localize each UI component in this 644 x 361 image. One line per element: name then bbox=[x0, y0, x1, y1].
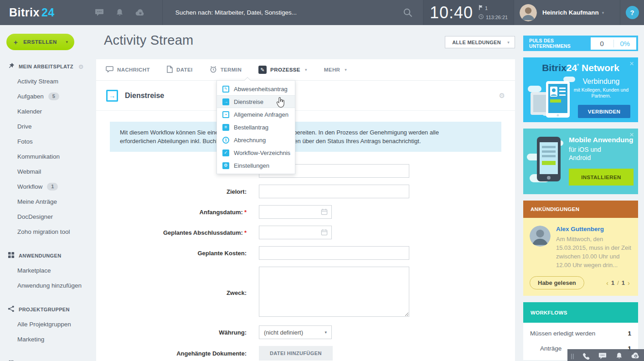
sidebar-item-marketing[interactable]: Marketing bbox=[0, 332, 96, 347]
menu-item-abrechnung[interactable]: 1Abrechnung bbox=[217, 134, 295, 146]
sidebar-item-docdesigner[interactable]: DocDesigner bbox=[0, 209, 96, 224]
sidebar-item-alle-projektgruppen[interactable]: Alle Projektgruppen bbox=[0, 317, 96, 332]
workflows-count: 1 bbox=[628, 330, 631, 337]
zweck-textarea[interactable] bbox=[259, 267, 409, 317]
bitrix24-logo[interactable]: Bitrix24 bbox=[9, 6, 55, 19]
announcement-pager: ‹ 1 / 1 › bbox=[606, 279, 630, 287]
sidebar-item-zoho-migration[interactable]: Zoho migration tool bbox=[0, 224, 96, 239]
drive-cloud-icon[interactable] bbox=[628, 351, 644, 359]
right-sidebar: PULS DES UNTERNEHMENS 0 0% × Bitrix24° N… bbox=[523, 25, 638, 361]
sidebar-section-anwendungen: ANWENDUNGEN Marketplace Anwendung hinzuf… bbox=[0, 251, 96, 293]
menu-item-einstellungen[interactable]: ⚙Einstellungen bbox=[217, 159, 295, 172]
dokumente-label: Angehängte Dokumente: bbox=[96, 350, 247, 357]
sidebar-item-activity-stream[interactable]: Activity Stream bbox=[0, 74, 96, 89]
drive-cloud-icon[interactable] bbox=[135, 9, 145, 16]
tab-prozesse[interactable]: ✎ PROZESSE ▾ bbox=[258, 66, 307, 74]
kosten-label: Geplante Kosten: bbox=[96, 250, 247, 257]
alarm-clock-icon bbox=[210, 66, 217, 74]
workflows-row-muessen-erledigt[interactable]: Müssen erledigt werden 1 bbox=[530, 323, 631, 337]
chevron-down-icon: ▾ bbox=[345, 67, 347, 72]
announcement-author-link[interactable]: Alex Guttenberg bbox=[556, 226, 634, 232]
dienstreise-icon: → bbox=[106, 90, 118, 102]
currency-select[interactable]: (nicht definiert) ▾ bbox=[259, 325, 332, 339]
pulse-title: PULS DES UNTERNEHMENS bbox=[523, 38, 591, 49]
anfangsdatum-input[interactable] bbox=[259, 205, 332, 219]
installieren-button[interactable]: INSTALLIEREN bbox=[569, 169, 634, 186]
search-icon[interactable] bbox=[403, 8, 413, 20]
global-search bbox=[163, 0, 423, 25]
sidebar-item-kalender[interactable]: Kalender bbox=[0, 104, 96, 119]
company-castle-icon bbox=[8, 359, 15, 361]
sidebar-section-unternehmen: UNTERNEHMEN bbox=[0, 359, 96, 361]
kosten-input[interactable] bbox=[259, 246, 409, 260]
messenger-icon[interactable] bbox=[95, 9, 104, 16]
tab-nachricht[interactable]: NACHRICHT bbox=[106, 66, 150, 73]
add-file-button[interactable]: DATEI HINZUFÜGEN bbox=[259, 346, 333, 361]
menu-item-abwesenheitsantrag[interactable]: ✎Abwesenheitsantrag bbox=[217, 83, 295, 95]
business-trip-arrow-icon: → bbox=[222, 98, 229, 105]
applications-icon bbox=[8, 252, 15, 260]
phone-icon[interactable] bbox=[577, 351, 594, 360]
pager-current: 1 bbox=[611, 279, 614, 286]
menu-item-allgemeine-anfragen[interactable]: ▪Allgemeine Anfragen bbox=[217, 108, 295, 121]
dock-drag-handle[interactable] bbox=[571, 354, 575, 359]
clock-time: 10:40 bbox=[430, 3, 473, 22]
user-avatar bbox=[520, 4, 537, 21]
zielort-label: Zielort: bbox=[96, 188, 247, 195]
purchase-request-icon: ≡ bbox=[222, 124, 229, 131]
notification-dock bbox=[567, 349, 644, 361]
sidebar-item-meine-antraege[interactable]: Meine Anträge bbox=[0, 194, 96, 209]
user-menu[interactable]: Heinrich Kaufmann ▾ bbox=[514, 0, 620, 25]
zielort-input[interactable] bbox=[259, 185, 409, 198]
tab-termin[interactable]: TERMIN bbox=[210, 66, 242, 74]
verbinden-button[interactable]: VERBINDEN bbox=[578, 105, 630, 118]
sidebar-item-fotos[interactable]: Fotos bbox=[0, 134, 96, 149]
zweck-label: Zweck: bbox=[96, 289, 247, 296]
worktime-counter: 113:26:21 bbox=[486, 15, 508, 20]
sidebar-item-workflow[interactable]: Workflow1 bbox=[0, 179, 96, 194]
notifications-bell-icon[interactable] bbox=[116, 9, 124, 17]
user-name: Heinrich Kaufmann bbox=[542, 9, 599, 16]
messenger-icon[interactable] bbox=[594, 351, 611, 360]
pulse-percent: 0% bbox=[614, 40, 637, 47]
pulse-values: 0 0% bbox=[591, 37, 636, 50]
main-content: Activity Stream ALLE MELDUNGEN ▾ NACHRIC… bbox=[96, 25, 521, 361]
sidebar-item-anwendung-hinzufuegen[interactable]: Anwendung hinzufügen bbox=[0, 278, 96, 293]
sidebar-item-marketplace[interactable]: Marketplace bbox=[0, 263, 96, 278]
tab-datei[interactable]: DATEI bbox=[167, 66, 193, 74]
close-icon[interactable]: × bbox=[629, 60, 634, 67]
menu-item-bestellantrag[interactable]: ≡Bestellantrag bbox=[217, 121, 295, 134]
abschlussdatum-input[interactable] bbox=[259, 226, 332, 239]
sidebar-item-webmail[interactable]: Webmail bbox=[0, 164, 96, 179]
form-row: Zweck: bbox=[96, 267, 515, 319]
sidebar-item-drive[interactable]: Drive bbox=[0, 119, 96, 134]
worktime-block[interactable]: 10:40 1 113:26:21 bbox=[423, 0, 514, 25]
timer-clock-icon bbox=[479, 14, 484, 20]
general-request-icon: ▪ bbox=[222, 111, 229, 118]
logo-24: 24 bbox=[41, 6, 55, 19]
habe-gelesen-button[interactable]: Habe gelesen bbox=[530, 276, 584, 289]
announcements-body: Alex Guttenberg Am Mittwoch, den 15.03.2… bbox=[523, 218, 638, 296]
sidebar-section-projektgruppen: PROJEKTGRUPPEN Alle Projektgruppen Marke… bbox=[0, 305, 96, 347]
sidebar-item-kommunikation[interactable]: Kommunikation bbox=[0, 149, 96, 164]
prozesse-dropdown-menu: ✎Abwesenheitsantrag →Dienstreise ▪Allgem… bbox=[216, 80, 295, 174]
company-pulse-widget[interactable]: PULS DES UNTERNEHMENS 0 0% bbox=[523, 36, 638, 51]
sidebar-item-aufgaben[interactable]: Aufgaben5 bbox=[0, 89, 96, 104]
gear-icon[interactable]: ⚙ bbox=[78, 63, 84, 70]
create-button[interactable]: + ERSTELLEN ▾ bbox=[6, 34, 74, 50]
plus-icon: + bbox=[14, 38, 18, 46]
search-input[interactable] bbox=[163, 9, 423, 16]
form-row: Währung: (nicht definiert) ▾ bbox=[96, 325, 515, 339]
topbar-icons bbox=[95, 9, 145, 17]
menu-item-workflow-verzeichnis[interactable]: ✓Workflow-Verzeichnis bbox=[217, 146, 295, 159]
chevron-down-icon: ▾ bbox=[66, 40, 68, 44]
gear-icon[interactable]: ⚙ bbox=[499, 92, 505, 100]
pager-prev-icon[interactable]: ‹ bbox=[606, 279, 608, 287]
help-button[interactable]: ? bbox=[626, 6, 639, 19]
activity-panel: NACHRICHT DATEI TERMIN ✎ PROZESSE ▾ MEHR… bbox=[96, 59, 515, 361]
notifications-bell-icon[interactable] bbox=[611, 351, 628, 360]
expense-report-icon: 1 bbox=[222, 137, 229, 144]
tab-mehr[interactable]: MEHR ▾ bbox=[324, 67, 347, 72]
pager-next-icon[interactable]: › bbox=[628, 279, 630, 287]
feed-filter-button[interactable]: ALLE MELDUNGEN ▾ bbox=[445, 36, 515, 48]
